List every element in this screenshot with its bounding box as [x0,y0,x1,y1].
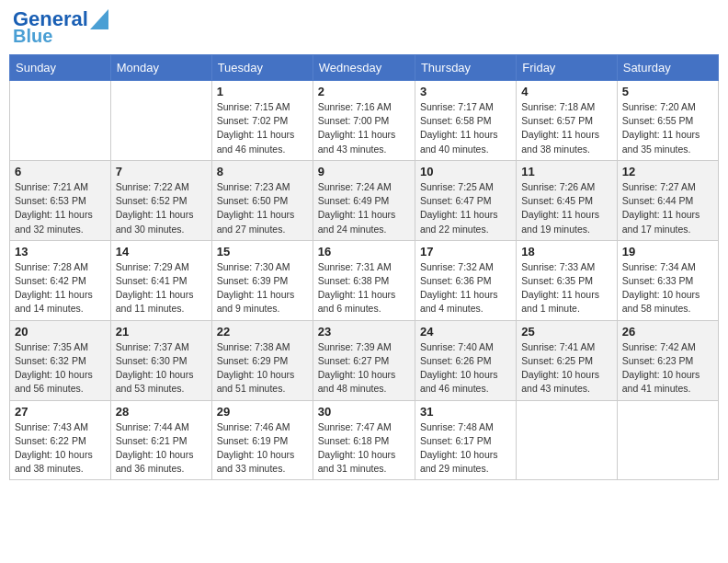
day-number: 7 [116,165,207,178]
day-number: 31 [420,405,511,419]
calendar-cell: 14Sunrise: 7:29 AM Sunset: 6:41 PM Dayli… [110,240,211,320]
day-info: Sunrise: 7:26 AM Sunset: 6:45 PM Dayligh… [521,180,611,236]
day-number: 15 [217,245,308,259]
day-number: 2 [318,85,410,98]
calendar-cell [617,400,718,480]
calendar-cell [10,81,111,161]
day-number: 4 [521,85,611,98]
day-number: 22 [217,325,308,339]
day-number: 6 [15,165,106,178]
day-info: Sunrise: 7:15 AM Sunset: 7:02 PM Dayligh… [217,100,308,156]
day-number: 24 [420,325,511,339]
logo-triangle-icon [90,9,108,29]
day-number: 11 [521,165,611,178]
day-number: 12 [622,165,713,178]
weekday-header-tuesday: Tuesday [211,55,313,81]
day-info: Sunrise: 7:37 AM Sunset: 6:30 PM Dayligh… [116,340,207,396]
day-info: Sunrise: 7:42 AM Sunset: 6:23 PM Dayligh… [622,340,713,396]
calendar-cell: 3Sunrise: 7:17 AM Sunset: 6:58 PM Daylig… [415,81,516,161]
day-info: Sunrise: 7:38 AM Sunset: 6:29 PM Dayligh… [217,340,308,396]
calendar-cell: 12Sunrise: 7:27 AM Sunset: 6:44 PM Dayli… [617,160,718,240]
day-info: Sunrise: 7:24 AM Sunset: 6:49 PM Dayligh… [318,180,410,236]
day-number: 18 [521,245,611,259]
calendar-week-row: 13Sunrise: 7:28 AM Sunset: 6:42 PM Dayli… [10,240,719,320]
calendar-cell: 27Sunrise: 7:43 AM Sunset: 6:22 PM Dayli… [10,400,111,480]
calendar-cell: 11Sunrise: 7:26 AM Sunset: 6:45 PM Dayli… [517,160,617,240]
day-info: Sunrise: 7:33 AM Sunset: 6:35 PM Dayligh… [521,260,611,316]
day-info: Sunrise: 7:41 AM Sunset: 6:25 PM Dayligh… [521,340,611,396]
day-info: Sunrise: 7:29 AM Sunset: 6:41 PM Dayligh… [116,260,207,316]
calendar-cell: 13Sunrise: 7:28 AM Sunset: 6:42 PM Dayli… [10,240,111,320]
calendar-cell: 20Sunrise: 7:35 AM Sunset: 6:32 PM Dayli… [10,320,111,400]
day-number: 10 [420,165,511,178]
calendar-cell: 22Sunrise: 7:38 AM Sunset: 6:29 PM Dayli… [211,320,313,400]
calendar-cell: 19Sunrise: 7:34 AM Sunset: 6:33 PM Dayli… [617,240,718,320]
day-info: Sunrise: 7:17 AM Sunset: 6:58 PM Dayligh… [420,100,511,156]
day-number: 23 [318,325,410,339]
calendar-cell: 24Sunrise: 7:40 AM Sunset: 6:26 PM Dayli… [415,320,516,400]
day-info: Sunrise: 7:20 AM Sunset: 6:55 PM Dayligh… [622,100,713,156]
svg-marker-0 [90,9,108,29]
calendar-cell: 2Sunrise: 7:16 AM Sunset: 7:00 PM Daylig… [313,81,415,161]
day-number: 13 [15,245,106,259]
calendar-week-row: 27Sunrise: 7:43 AM Sunset: 6:22 PM Dayli… [10,400,719,480]
calendar-cell: 16Sunrise: 7:31 AM Sunset: 6:38 PM Dayli… [313,240,415,320]
calendar-cell: 18Sunrise: 7:33 AM Sunset: 6:35 PM Dayli… [517,240,617,320]
calendar-cell: 10Sunrise: 7:25 AM Sunset: 6:47 PM Dayli… [415,160,516,240]
day-info: Sunrise: 7:21 AM Sunset: 6:53 PM Dayligh… [15,180,106,236]
weekday-header-monday: Monday [110,55,211,81]
day-info: Sunrise: 7:39 AM Sunset: 6:27 PM Dayligh… [318,340,410,396]
day-info: Sunrise: 7:16 AM Sunset: 7:00 PM Dayligh… [318,100,410,156]
day-number: 26 [622,325,713,339]
calendar-cell: 21Sunrise: 7:37 AM Sunset: 6:30 PM Dayli… [110,320,211,400]
day-number: 29 [217,405,308,419]
day-info: Sunrise: 7:28 AM Sunset: 6:42 PM Dayligh… [15,260,106,316]
calendar-cell: 9Sunrise: 7:24 AM Sunset: 6:49 PM Daylig… [313,160,415,240]
day-info: Sunrise: 7:34 AM Sunset: 6:33 PM Dayligh… [622,260,713,316]
calendar-week-row: 20Sunrise: 7:35 AM Sunset: 6:32 PM Dayli… [10,320,719,400]
day-info: Sunrise: 7:32 AM Sunset: 6:36 PM Dayligh… [420,260,511,316]
calendar-week-row: 1Sunrise: 7:15 AM Sunset: 7:02 PM Daylig… [10,81,719,161]
calendar-cell: 25Sunrise: 7:41 AM Sunset: 6:25 PM Dayli… [517,320,617,400]
day-info: Sunrise: 7:25 AM Sunset: 6:47 PM Dayligh… [420,180,511,236]
calendar-cell: 23Sunrise: 7:39 AM Sunset: 6:27 PM Dayli… [313,320,415,400]
day-info: Sunrise: 7:35 AM Sunset: 6:32 PM Dayligh… [15,340,106,396]
calendar-cell: 31Sunrise: 7:48 AM Sunset: 6:17 PM Dayli… [415,400,516,480]
day-number: 21 [116,325,207,339]
calendar-cell: 7Sunrise: 7:22 AM Sunset: 6:52 PM Daylig… [110,160,211,240]
day-number: 5 [622,85,713,98]
calendar-cell [517,400,617,480]
calendar-cell: 17Sunrise: 7:32 AM Sunset: 6:36 PM Dayli… [415,240,516,320]
weekday-header-saturday: Saturday [617,55,718,81]
day-number: 30 [318,405,410,419]
day-info: Sunrise: 7:44 AM Sunset: 6:21 PM Dayligh… [116,420,207,477]
weekday-header-row: SundayMondayTuesdayWednesdayThursdayFrid… [10,55,719,81]
day-info: Sunrise: 7:31 AM Sunset: 6:38 PM Dayligh… [318,260,410,316]
calendar-week-row: 6Sunrise: 7:21 AM Sunset: 6:53 PM Daylig… [10,160,719,240]
day-info: Sunrise: 7:47 AM Sunset: 6:18 PM Dayligh… [318,420,410,477]
calendar-cell: 30Sunrise: 7:47 AM Sunset: 6:18 PM Dayli… [313,400,415,480]
day-info: Sunrise: 7:48 AM Sunset: 6:17 PM Dayligh… [420,420,511,477]
page-header: General Blue [9,9,719,47]
day-number: 8 [217,165,308,178]
day-info: Sunrise: 7:22 AM Sunset: 6:52 PM Dayligh… [116,180,207,236]
day-number: 9 [318,165,410,178]
day-number: 19 [622,245,713,259]
calendar-cell: 28Sunrise: 7:44 AM Sunset: 6:21 PM Dayli… [110,400,211,480]
day-number: 3 [420,85,511,98]
day-info: Sunrise: 7:43 AM Sunset: 6:22 PM Dayligh… [15,420,106,477]
calendar-cell: 1Sunrise: 7:15 AM Sunset: 7:02 PM Daylig… [211,81,313,161]
calendar-cell: 29Sunrise: 7:46 AM Sunset: 6:19 PM Dayli… [211,400,313,480]
logo: General Blue [13,9,108,47]
day-number: 28 [116,405,207,419]
day-number: 25 [521,325,611,339]
day-info: Sunrise: 7:27 AM Sunset: 6:44 PM Dayligh… [622,180,713,236]
calendar-cell: 15Sunrise: 7:30 AM Sunset: 6:39 PM Dayli… [211,240,313,320]
calendar-cell: 6Sunrise: 7:21 AM Sunset: 6:53 PM Daylig… [10,160,111,240]
calendar-cell: 4Sunrise: 7:18 AM Sunset: 6:57 PM Daylig… [517,81,617,161]
calendar-cell: 26Sunrise: 7:42 AM Sunset: 6:23 PM Dayli… [617,320,718,400]
calendar-cell: 5Sunrise: 7:20 AM Sunset: 6:55 PM Daylig… [617,81,718,161]
day-number: 20 [15,325,106,339]
day-info: Sunrise: 7:30 AM Sunset: 6:39 PM Dayligh… [217,260,308,316]
day-number: 1 [217,85,308,98]
